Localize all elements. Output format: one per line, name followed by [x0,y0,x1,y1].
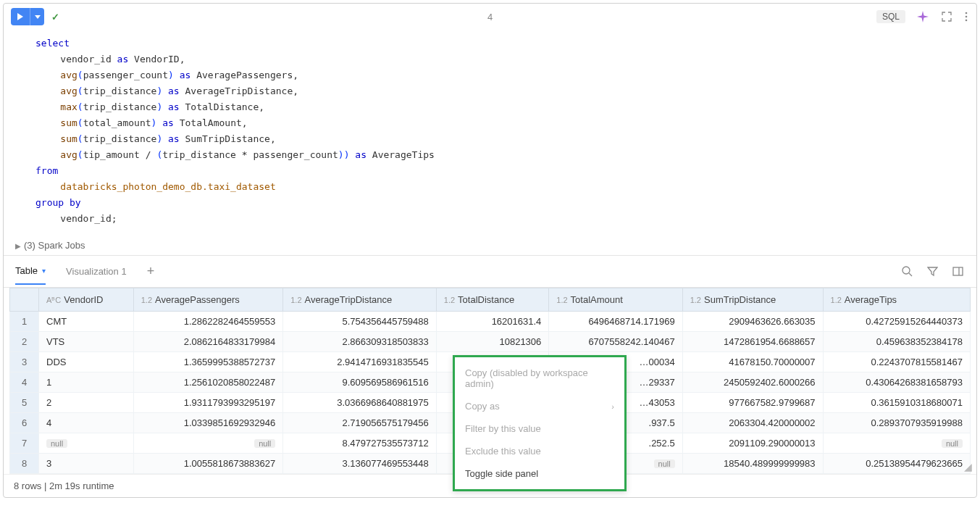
cell-sumtripdistance[interactable]: 2091109.290000013 [682,433,823,454]
run-dropdown-button[interactable] [30,8,44,25]
cell-avgtripdistance[interactable]: 5.754356445759488 [283,312,437,332]
cell-avgtripdistance[interactable]: 3.136077469553448 [283,454,437,474]
cell-sumtripdistance[interactable]: 18540.489999999983 [682,454,823,474]
null-pill: null [46,439,67,448]
cell-avgtips[interactable]: 0.43064268381658793 [823,372,970,393]
cell-vendorid[interactable]: 3 [39,454,134,474]
svg-point-4 [966,20,968,22]
cell-avgtips[interactable]: 0.2243707815581467 [823,352,970,372]
cell-vendorid[interactable]: null [39,433,134,454]
row-number-header[interactable] [10,288,39,312]
cell-vendorid[interactable]: 1 [39,372,134,393]
chevron-down-icon: ▾ [42,267,46,275]
more-menu-icon[interactable] [963,10,969,23]
row-number-cell[interactable]: 8 [10,454,39,474]
cell-sumtripdistance[interactable]: 1472861954.6688657 [682,332,823,352]
spark-jobs-toggle[interactable]: ▶(3) Spark Jobs [4,236,976,255]
cell-vendorid[interactable]: 4 [39,413,134,433]
expand-icon[interactable] [940,10,953,23]
table-row[interactable]: 1CMT1.28622824645595535.7543564457594881… [10,312,971,332]
filter-icon[interactable] [926,265,939,278]
cell-avgtripdistance[interactable]: 2.866309318503833 [283,332,437,352]
cell-vendorid[interactable]: CMT [39,312,134,332]
cell-avgtripdistance[interactable]: 9.609569586961516 [283,372,437,393]
cell-avgpassengers[interactable]: 1.9311793993295197 [133,393,283,413]
row-number-cell[interactable]: 5 [10,393,39,413]
row-number-cell[interactable]: 6 [10,413,39,433]
spark-jobs-label: (3) Spark Jobs [24,240,85,251]
null-pill: null [654,459,675,468]
sql-badge[interactable]: SQL [876,10,905,23]
row-number-cell[interactable]: 7 [10,433,39,454]
cell-context-menu: Copy (disabled by workspace admin) Copy … [453,355,627,491]
cell-totalamount[interactable]: 6707558242.140467 [549,332,682,352]
cell-avgpassengers[interactable]: 1.3659995388572737 [133,352,283,372]
cell-avgtips[interactable]: 0.459638352384178 [823,332,970,352]
svg-line-6 [909,273,912,276]
col-header-sumtripdistance[interactable]: 1.2SumTripDistance [682,288,823,312]
cell-avgtips[interactable]: 0.25138954479623665 [823,454,970,474]
run-button[interactable] [11,8,30,25]
cell-avgpassengers[interactable]: 1.2561020858022487 [133,372,283,393]
cell-avgtips[interactable]: 0.2893707935919988 [823,413,970,433]
cell-avgtips[interactable]: 0.42725915264440373 [823,312,970,332]
col-header-avgtripdistance[interactable]: 1.2AverageTripDistance [283,288,437,312]
col-header-vendorid[interactable]: AᴮCVendorID [39,288,134,312]
search-results-icon[interactable] [900,265,914,278]
cell-totalamount[interactable]: 6496468714.171969 [549,312,682,332]
cell-vendorid[interactable]: VTS [39,332,134,352]
row-number-cell[interactable]: 3 [10,352,39,372]
cell-avgtripdistance[interactable]: 2.719056575179456 [283,413,437,433]
col-header-totaldistance[interactable]: 1.2TotalDistance [436,288,549,312]
ctx-toggle-side-panel[interactable]: Toggle side panel [455,462,624,485]
null-pill: null [942,439,963,448]
cell-sumtripdistance[interactable]: 41678150.70000007 [682,352,823,372]
cell-avgpassengers[interactable]: null [133,433,283,454]
chevron-right-icon: › [611,402,614,411]
cell-avgtripdistance[interactable]: 3.0366968640881975 [283,393,437,413]
cell-vendorid[interactable]: 2 [39,393,134,413]
cell-avgpassengers[interactable]: 1.2862282464559553 [133,312,283,332]
cell-number: 4 [487,12,493,22]
cell-sumtripdistance[interactable]: 2909463626.663035 [682,312,823,332]
cell-vendorid[interactable]: DDS [39,352,134,372]
svg-point-3 [966,16,968,18]
side-panel-icon[interactable] [951,265,965,278]
tab-table[interactable]: Table ▾ [15,258,46,285]
cell-avgpassengers[interactable]: 1.0055818673883627 [133,454,283,474]
tab-visualization-1[interactable]: Visualization 1 [66,259,127,284]
notebook-cell: ✓ 4 SQL select vendor_id as VendorID, av… [3,3,977,498]
cell-avgtips[interactable]: null [823,433,970,454]
row-number-cell[interactable]: 1 [10,312,39,332]
add-tab-button[interactable]: + [147,264,155,279]
ctx-exclude[interactable]: Exclude this value [455,440,624,462]
row-number-cell[interactable]: 4 [10,372,39,393]
col-header-avgtips[interactable]: 1.2AverageTips [823,288,970,312]
cell-sumtripdistance[interactable]: 2063304.420000002 [682,413,823,433]
row-number-cell[interactable]: 2 [10,332,39,352]
ctx-copy-disabled: Copy (disabled by workspace admin) [455,362,624,395]
cell-avgtripdistance[interactable]: 2.9414716931835545 [283,352,437,372]
table-row[interactable]: 2VTS2.08621648331799842.8663093185038331… [10,332,971,352]
ctx-copy-as[interactable]: Copy as › [455,395,624,417]
cell-avgpassengers[interactable]: 1.0339851692932946 [133,413,283,433]
cell-avgtripdistance[interactable]: 8.479727535573712 [283,433,437,454]
toolbar-right: SQL [876,9,969,24]
cell-avgpassengers[interactable]: 2.0862164833179984 [133,332,283,352]
sql-editor[interactable]: select vendor_id as VendorID, avg(passen… [4,30,976,236]
col-header-avgpassengers[interactable]: 1.2AveragePassengers [133,288,283,312]
cell-totaldistance[interactable]: 10821306 [436,332,549,352]
cell-totaldistance[interactable]: 16201631.4 [436,312,549,332]
col-header-totalamount[interactable]: 1.2TotalAmount [549,288,682,312]
status-runtime: 2m 19s runtime [49,480,114,491]
svg-point-5 [902,267,910,274]
cell-sumtripdistance[interactable]: 2450592402.6000266 [682,372,823,393]
caret-right-icon: ▶ [15,242,21,250]
resize-handle-icon[interactable]: ◢ [964,461,972,472]
ctx-copy-as-label: Copy as [465,401,500,412]
cell-avgtips[interactable]: 0.3615910318680071 [823,393,970,413]
cell-sumtripdistance[interactable]: 977667582.9799687 [682,393,823,413]
ctx-filter[interactable]: Filter by this value [455,417,624,440]
assistant-sparkle-icon[interactable] [916,9,930,24]
null-pill: null [254,439,275,448]
